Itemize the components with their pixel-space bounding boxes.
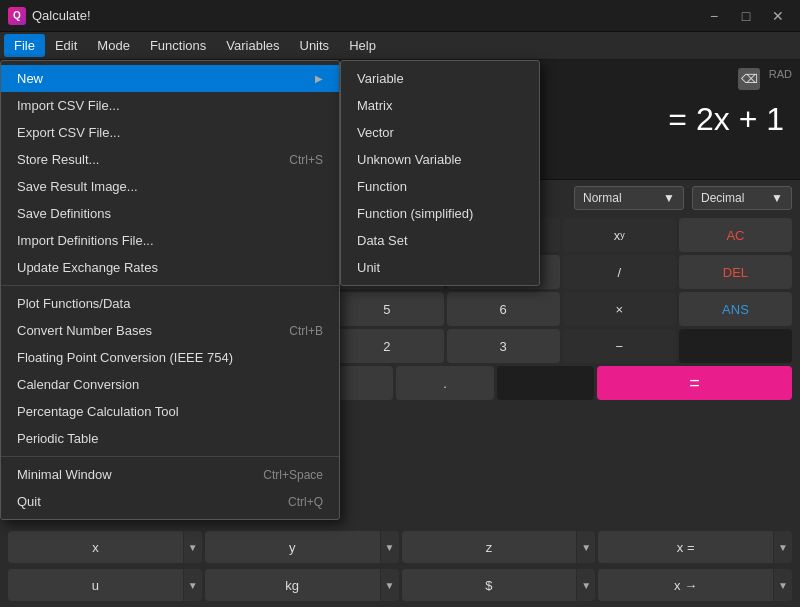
var-kg-btn[interactable]: kg (205, 569, 380, 601)
menu-edit[interactable]: Edit (45, 34, 87, 57)
var-dollar-arrow[interactable]: ▼ (577, 569, 595, 601)
e-button[interactable]: e (8, 255, 44, 289)
menu-file[interactable]: File (4, 34, 45, 57)
var-z-arrow[interactable]: ▼ (577, 531, 595, 563)
var-xarrow-group: x → ▼ (598, 569, 792, 601)
result-display: = 2x + 1 (668, 101, 784, 138)
var-z-group: z ▼ (402, 531, 596, 563)
main-area: RAD ⌫ = 2x + 1 Normal ▼ Decimal ▼ (x)b ▼ (0, 60, 800, 607)
btn-4[interactable]: 4 (214, 292, 327, 326)
menu-variables[interactable]: Variables (216, 34, 289, 57)
open-paren-btn[interactable]: ( (330, 218, 443, 252)
plusminus-btn[interactable]: ± (98, 329, 211, 363)
calc-bottom: Normal ▼ Decimal ▼ (x)b ▼ e ▼ (0, 180, 800, 607)
power-btn[interactable]: xy (563, 218, 676, 252)
btn-3[interactable]: 3 (447, 329, 560, 363)
fn-row-1: (x)b ▼ (8, 218, 94, 252)
var-x-group: x ▼ (8, 531, 202, 563)
left-buttons: (x)b ▼ e ▼ π ▼ ◄ i ▼ ◄ (8, 218, 94, 526)
ans-btn[interactable]: ANS (679, 292, 792, 326)
close-paren-btn[interactable]: ) (447, 218, 560, 252)
normal-format-select[interactable]: Normal ▼ (574, 186, 684, 210)
var-xeq-group: x = ▼ (598, 531, 792, 563)
btn-8[interactable]: 8 (330, 255, 443, 289)
var-z-btn[interactable]: z (402, 531, 577, 563)
var-dollar-btn[interactable]: $ (402, 569, 577, 601)
var-xeq-arrow[interactable]: ▼ (774, 531, 792, 563)
var-xarrow-arrow[interactable]: ▼ (774, 569, 792, 601)
var-xeq-btn[interactable]: x = (598, 531, 773, 563)
menu-functions[interactable]: Functions (140, 34, 216, 57)
i-left-arrow[interactable]: ◄ (72, 329, 94, 363)
fn-row-3: π ▼ ◄ (8, 292, 94, 326)
minimize-button[interactable]: − (700, 6, 728, 26)
clear-button[interactable]: ⌫ (738, 68, 760, 90)
title-bar-left: Q Qalculate! (8, 7, 91, 25)
btn-grid-area: (x)b ▼ e ▼ π ▼ ◄ i ▼ ◄ (0, 216, 800, 528)
var-u-group: u ▼ (8, 569, 202, 601)
var-kg-group: kg ▼ (205, 569, 399, 601)
var-u-btn[interactable]: u (8, 569, 183, 601)
dot-btn[interactable]: . (396, 366, 493, 400)
del-btn[interactable]: DEL (679, 255, 792, 289)
i-dropdown[interactable]: ▼ (47, 329, 69, 363)
menu-mode[interactable]: Mode (87, 34, 140, 57)
rad-badge: RAD (769, 68, 792, 80)
btn-9[interactable]: 9 (447, 255, 560, 289)
pi-dropdown[interactable]: ▼ (47, 292, 69, 326)
decimal-label: Decimal (701, 191, 744, 205)
var-u-arrow[interactable]: ▼ (184, 569, 202, 601)
btn-1[interactable]: 1 (214, 329, 327, 363)
divide-btn[interactable]: / (563, 255, 676, 289)
var-x-btn[interactable]: x (8, 531, 183, 563)
title-bar-controls: − □ ✕ (700, 6, 792, 26)
close-button[interactable]: ✕ (764, 6, 792, 26)
placeholder-btn-1 (679, 329, 792, 363)
maximize-button[interactable]: □ (732, 6, 760, 26)
num-row-3: % 4 5 6 × ANS (98, 292, 792, 326)
percent-btn[interactable]: % (98, 292, 211, 326)
right-buttons: ∨ ∧ (x) ( ) xy AC < > 7 8 9 / DEL % (98, 218, 792, 526)
xb-button[interactable]: (x)b (8, 218, 44, 252)
btn-7[interactable]: 7 (214, 255, 327, 289)
fn-row-4: i ▼ ◄ (8, 329, 94, 363)
chevron-updown-btn[interactable]: ∨ ∧ (98, 218, 211, 252)
ac-btn[interactable]: AC (679, 218, 792, 252)
fn-row-2: e ▼ (8, 255, 94, 289)
placeholder-btn-2 (98, 366, 195, 400)
normal-label: Normal (583, 191, 622, 205)
btn-0[interactable]: 0 (198, 366, 393, 400)
multiply-btn[interactable]: × (563, 292, 676, 326)
var-row-2: u ▼ kg ▼ $ ▼ x → ▼ (0, 566, 800, 607)
x-paren-btn[interactable]: (x) (214, 218, 327, 252)
btn-5[interactable]: 5 (330, 292, 443, 326)
var-xarrow-btn[interactable]: x → (598, 569, 773, 601)
menu-help[interactable]: Help (339, 34, 386, 57)
menu-units[interactable]: Units (290, 34, 340, 57)
lt-gt-btn[interactable]: < > (98, 255, 211, 289)
var-y-arrow[interactable]: ▼ (381, 531, 399, 563)
var-x-arrow[interactable]: ▼ (184, 531, 202, 563)
var-y-group: y ▼ (205, 531, 399, 563)
num-row-1: ∨ ∧ (x) ( ) xy AC (98, 218, 792, 252)
btn-6[interactable]: 6 (447, 292, 560, 326)
minus-btn[interactable]: − (563, 329, 676, 363)
num-row-2: < > 7 8 9 / DEL (98, 255, 792, 289)
i-button[interactable]: i (8, 329, 44, 363)
e-dropdown[interactable]: ▼ (47, 255, 69, 289)
btn-2[interactable]: 2 (330, 329, 443, 363)
decimal-format-select[interactable]: Decimal ▼ (692, 186, 792, 210)
pi-button[interactable]: π (8, 292, 44, 326)
xb-dropdown[interactable]: ▼ (47, 218, 69, 252)
decimal-dropdown-arrow: ▼ (771, 191, 783, 205)
pi-left-arrow[interactable]: ◄ (72, 292, 94, 326)
num-row-5: 0 . = (98, 366, 792, 400)
format-row: Normal ▼ Decimal ▼ (0, 180, 800, 216)
equals-btn[interactable]: = (597, 366, 792, 400)
app-icon: Q (8, 7, 26, 25)
title-text: Qalculate! (32, 8, 91, 23)
var-kg-arrow[interactable]: ▼ (381, 569, 399, 601)
expression-area: RAD ⌫ = 2x + 1 (0, 60, 800, 180)
var-y-btn[interactable]: y (205, 531, 380, 563)
var-row: x ▼ y ▼ z ▼ x = ▼ (0, 528, 800, 566)
